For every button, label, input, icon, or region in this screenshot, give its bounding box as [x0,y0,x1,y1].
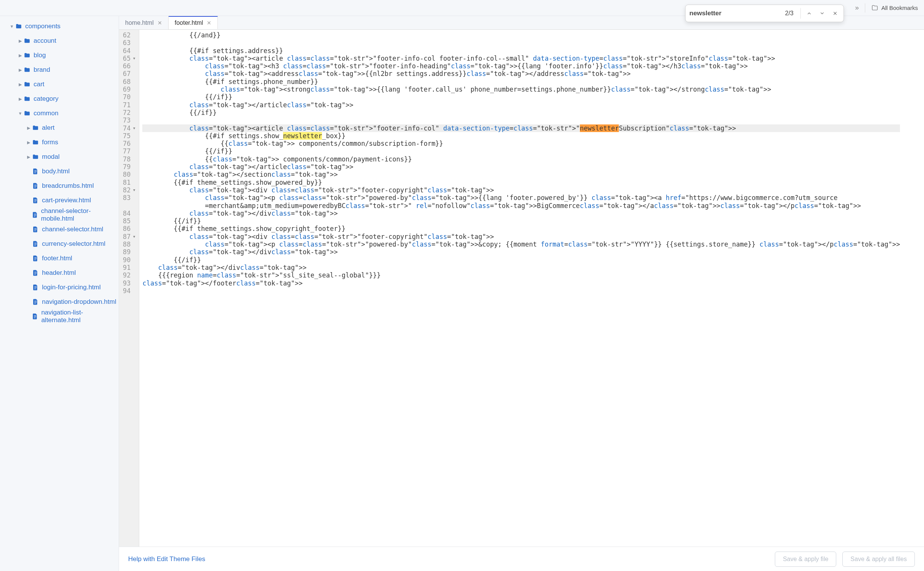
search-prev-button[interactable] [805,9,814,18]
code-line[interactable]: {{/if}} [142,147,900,155]
editor-tab[interactable]: home.html✕ [119,16,169,29]
search-close-button[interactable] [831,9,840,18]
tree-item-label: components [25,23,61,30]
gutter-line-number: 76 [123,140,137,147]
tree-file[interactable]: footer.html [0,251,119,266]
code-line[interactable]: class="tok-tag"><h3 class=class="tok-str… [142,62,900,70]
code-line[interactable]: class="tok-tag"><div class=class="tok-st… [142,233,900,240]
tree-item-label: common [34,110,58,117]
tab-close-button[interactable]: ✕ [207,20,211,26]
code-line[interactable]: {{#if theme_settings.show_powered_by}} [142,179,900,186]
gutter-line-number: 63 [123,39,137,47]
tree-file[interactable]: header.html [0,266,119,280]
tree-file[interactable]: currency-selector.html [0,237,119,251]
gutter-line-number: 78 [123,155,137,163]
fold-marker-icon[interactable]: ▼ [131,233,135,240]
tree-folder[interactable]: ▶blog [0,48,119,63]
search-input[interactable] [689,10,781,17]
code-line[interactable]: {{#if theme_settings.show_copyright_foot… [142,225,900,232]
search-next-button[interactable] [818,9,827,18]
tree-file[interactable]: breadcrumbs.html [0,179,119,193]
tree-folder[interactable]: ▶forms [0,135,119,150]
code-line[interactable]: {{class="tok-tag">> components/common/su… [142,140,900,147]
code-line[interactable]: class="tok-tag"><article class=class="to… [142,124,900,132]
tree-folder[interactable]: ▶brand [0,63,119,77]
tab-close-button[interactable]: ✕ [158,20,162,26]
file-tree-sidebar[interactable]: ▼components▶account▶blog▶brand▶cart▶cate… [0,16,119,571]
tree-caret-icon[interactable]: ▶ [17,68,24,73]
code-line[interactable]: {{{region name=class="tok-str">"ssl_site… [142,271,900,279]
code-line[interactable]: {{#if settings.address}} [142,47,900,55]
code-line[interactable]: class="tok-tag"><article class=class="to… [142,55,900,62]
gutter-line-number: 71 [123,101,137,109]
tree-caret-icon[interactable]: ▶ [25,140,32,145]
tree-caret-icon[interactable]: ▶ [17,39,24,44]
code-line[interactable]: class="tok-tag"><strongclass="tok-tag">>… [142,85,900,93]
code-line[interactable]: class="tok-tag"></sectionclass="tok-tag"… [142,171,900,178]
code-line[interactable]: {{/if}} [142,109,900,116]
code-line[interactable]: class="tok-tag"><div class=class="tok-st… [142,186,900,194]
code-line[interactable]: {{class="tok-tag">> components/common/pa… [142,155,900,163]
code-line[interactable]: class="tok-tag"></articleclass="tok-tag"… [142,101,900,109]
tree-folder[interactable]: ▼common [0,106,119,121]
code-line[interactable]: {{/and}} [142,31,900,39]
file-icon [32,298,40,305]
save-apply-all-button[interactable]: Save & apply all files [842,552,915,567]
tree-file[interactable]: cart-preview.html [0,193,119,208]
code-line[interactable]: class="tok-tag"></footerclass="tok-tag">… [142,279,900,287]
tree-caret-icon[interactable]: ▼ [17,111,24,116]
search-match-count: 2/3 [785,10,797,17]
code-line[interactable]: class="tok-tag"></articleclass="tok-tag"… [142,163,900,171]
code-line[interactable] [142,287,900,295]
tree-caret-icon[interactable]: ▼ [8,24,15,29]
tree-file[interactable]: login-for-pricing.html [0,280,119,295]
code-line[interactable]: class="tok-tag"></divclass="tok-tag">> [142,264,900,271]
code-line[interactable]: class="tok-tag"><addressclass="tok-tag">… [142,70,900,77]
tree-folder[interactable]: ▼components [0,19,119,34]
gutter-line-number: 89 [123,248,137,256]
tree-folder[interactable]: ▶cart [0,77,119,92]
tree-file[interactable]: body.html [0,164,119,179]
code-line[interactable]: class="tok-tag"></divclass="tok-tag">> [142,210,900,217]
code-line[interactable] [142,116,900,124]
gutter-line-number: 70 [123,93,137,101]
tree-caret-icon[interactable]: ▶ [25,126,32,131]
tree-caret-icon[interactable]: ▶ [17,82,24,87]
tree-file[interactable]: navigation-dropdown.html [0,295,119,309]
tree-folder[interactable]: ▶alert [0,121,119,135]
file-icon [32,284,40,291]
code-editor[interactable]: 62636465▼666768697071727374▼757677787980… [119,30,924,547]
code-line[interactable]: {{#if settings.phone_number}} [142,78,900,85]
help-link[interactable]: Help with Edit Theme Files [128,555,205,563]
code-line[interactable]: =merchant&amp;utm_medium=poweredbyBCclas… [142,202,900,210]
code-line[interactable]: class="tok-tag"><p class=class="tok-str"… [142,240,900,248]
tree-file[interactable]: channel-selector.html [0,222,119,237]
tree-item-label: account [34,37,56,45]
code-line[interactable]: class="tok-tag"><p class=class="tok-str"… [142,194,900,202]
tree-caret-icon[interactable]: ▶ [17,53,24,58]
fold-marker-icon[interactable]: ▼ [131,124,135,132]
code-line[interactable]: {{#if settings.show_newsletter_box}} [142,132,900,140]
fold-marker-icon[interactable]: ▼ [131,186,135,194]
gutter-line-number: 94 [123,287,137,295]
tree-caret-icon[interactable]: ▶ [25,155,32,160]
tree-folder[interactable]: ▶account [0,34,119,48]
tree-file[interactable]: channel-selector-mobile.html [0,208,119,222]
code-line[interactable]: class="tok-tag"></divclass="tok-tag">> [142,248,900,256]
code-content[interactable]: {{/and}} {{#if settings.address}} class=… [139,30,900,547]
code-line[interactable]: {{/if}} [142,256,900,264]
gutter-line-number: 75 [123,132,137,140]
tree-caret-icon[interactable]: ▶ [17,97,24,102]
code-line[interactable]: {{/if}} [142,217,900,225]
tree-file[interactable]: navigation-list-alternate.html [0,309,119,324]
tree-folder[interactable]: ▶modal [0,150,119,164]
tree-folder[interactable]: ▶category [0,92,119,106]
fold-marker-icon[interactable]: ▼ [131,55,135,62]
gutter-line-number: 66 [123,62,137,70]
code-line[interactable] [142,39,900,47]
save-apply-file-button[interactable]: Save & apply file [775,552,836,567]
all-bookmarks-button[interactable]: All Bookmarks [871,5,918,11]
code-line[interactable]: {{/if}} [142,93,900,101]
editor-tab[interactable]: footer.html✕ [169,16,218,29]
more-chevron-icon[interactable]: » [855,4,859,12]
